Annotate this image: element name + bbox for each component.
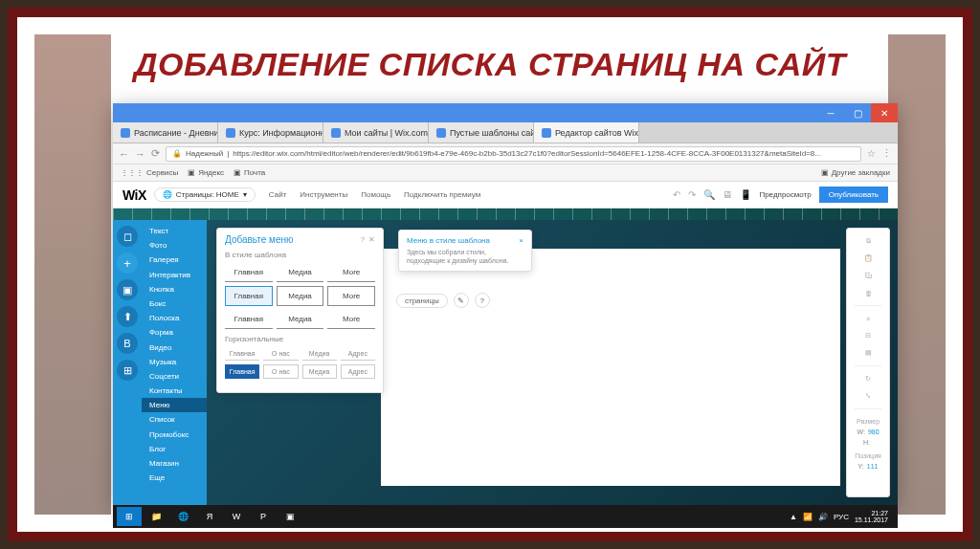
publish-button[interactable]: Опубликовать bbox=[819, 187, 888, 203]
menu-style-1[interactable]: Главная Медиа More bbox=[225, 263, 375, 282]
browser-tab[interactable]: Пустые шаблоны сайт...× bbox=[429, 122, 534, 143]
copy-icon[interactable]: ⧉ bbox=[861, 234, 875, 248]
cat-more[interactable]: Еще bbox=[142, 471, 207, 485]
cat-strip[interactable]: Полоска bbox=[142, 311, 207, 325]
cat-interactive[interactable]: Интерактив bbox=[142, 268, 207, 282]
distribute-icon[interactable]: ⊟ bbox=[861, 329, 875, 342]
clock[interactable]: 21:27 15.11.2017 bbox=[855, 510, 888, 523]
left-rail: ◻ + ▣ ⬆ B ⊞ bbox=[113, 220, 142, 505]
rail-blog-button[interactable]: B bbox=[117, 333, 138, 354]
panel-title: Добавьте меню bbox=[225, 234, 294, 245]
forward-button[interactable]: → bbox=[135, 148, 145, 160]
minimize-button[interactable]: ─ bbox=[817, 103, 844, 122]
cat-form[interactable]: Форма bbox=[142, 325, 207, 340]
cat-text[interactable]: Текст bbox=[142, 224, 207, 238]
page-stage[interactable] bbox=[381, 249, 840, 486]
taskbar-app[interactable]: ▣ bbox=[278, 507, 302, 526]
cat-contacts[interactable]: Контакты bbox=[142, 384, 207, 398]
flip-icon[interactable]: ⤡ bbox=[861, 389, 875, 403]
cat-button[interactable]: Кнопка bbox=[142, 282, 207, 296]
align-icon[interactable]: ≡ bbox=[861, 312, 875, 325]
cat-music[interactable]: Музыка bbox=[142, 355, 207, 369]
cat-list[interactable]: Список bbox=[142, 412, 207, 427]
preview-button[interactable]: Предпросмотр bbox=[759, 190, 811, 199]
rotate-icon[interactable]: ↻ bbox=[861, 372, 875, 385]
undo-icon[interactable]: ↶ bbox=[673, 189, 680, 200]
browser-tab[interactable]: Редактор сайтов Wix× bbox=[534, 122, 639, 143]
rail-store-button[interactable]: ⊞ bbox=[117, 360, 138, 381]
cat-blog[interactable]: Блог bbox=[142, 442, 207, 456]
tray-icon[interactable]: ▲ bbox=[790, 513, 797, 521]
rail-background-button[interactable]: ◻ bbox=[117, 226, 138, 247]
address-bar: ← → ⟳ 🔒 Надежный | https://editor.wix.co… bbox=[113, 143, 898, 165]
tab-label: Расписание - Дневни... bbox=[134, 128, 218, 138]
menu-icon[interactable]: ⋮ bbox=[881, 147, 892, 160]
close-icon[interactable]: ✕ bbox=[368, 235, 375, 244]
close-icon[interactable]: × bbox=[519, 236, 523, 245]
cat-menu[interactable]: Меню bbox=[142, 398, 207, 412]
delete-icon[interactable]: 🗑 bbox=[861, 286, 875, 299]
menu-tools[interactable]: Инструменты bbox=[300, 190, 347, 199]
url-text: https://editor.wix.com/html/editor/web/r… bbox=[233, 149, 821, 158]
paste-icon[interactable]: 📋 bbox=[861, 252, 875, 265]
taskbar-explorer[interactable]: 📁 bbox=[144, 507, 168, 526]
pages-dropdown[interactable]: 🌐Страницы: HOME▾ bbox=[154, 187, 256, 202]
url-input[interactable]: 🔒 Надежный | https://editor.wix.com/html… bbox=[166, 146, 861, 162]
back-button[interactable]: ← bbox=[119, 148, 129, 160]
taskbar-chrome[interactable]: 🌐 bbox=[170, 507, 195, 526]
design-icon[interactable]: ✎ bbox=[454, 293, 469, 308]
menu-premium[interactable]: Подключить премиум bbox=[404, 190, 480, 199]
taskbar-word[interactable]: W bbox=[224, 507, 249, 526]
star-icon[interactable]: ☆ bbox=[867, 148, 876, 159]
menu-help[interactable]: Помощь bbox=[361, 190, 390, 199]
duplicate-icon[interactable]: ⿻ bbox=[861, 269, 875, 282]
cat-store[interactable]: Магазин bbox=[142, 456, 207, 471]
close-button[interactable]: ✕ bbox=[871, 103, 898, 122]
menu-style-3[interactable]: Главная Медиа More bbox=[225, 310, 375, 329]
redo-icon[interactable]: ↷ bbox=[688, 189, 696, 200]
volume-icon[interactable]: 🔊 bbox=[818, 513, 828, 521]
page-pill[interactable]: страницы bbox=[396, 294, 448, 308]
other-bookmarks[interactable]: ▣ Другие закладки bbox=[821, 168, 890, 177]
help-icon[interactable]: ? bbox=[475, 293, 490, 308]
taskbar-app[interactable]: Я bbox=[197, 507, 222, 526]
desktop-icon[interactable]: 🖥 bbox=[723, 189, 732, 200]
taskbar-powerpoint[interactable]: P bbox=[251, 507, 276, 526]
tab-favicon-icon bbox=[542, 128, 551, 138]
rail-uploads-button[interactable]: ⬆ bbox=[117, 306, 138, 327]
browser-tab[interactable]: Курс: Информационн...× bbox=[218, 122, 323, 143]
bookmark-yandex[interactable]: ▣ Яндекс bbox=[188, 168, 224, 177]
browser-tab[interactable]: Мои сайты | Wix.com× bbox=[323, 122, 429, 143]
cat-promo[interactable]: Промобокс bbox=[142, 428, 207, 442]
width-value[interactable]: 980 bbox=[868, 428, 880, 435]
cat-box[interactable]: Бокс bbox=[142, 296, 207, 311]
language-indicator[interactable]: РУС bbox=[834, 513, 849, 521]
cat-gallery[interactable]: Галерея bbox=[142, 253, 207, 267]
bookmark-mail[interactable]: ▣ Почта bbox=[234, 168, 265, 177]
search-icon[interactable]: 🔍 bbox=[703, 189, 715, 200]
menu-site[interactable]: Сайт bbox=[269, 190, 286, 199]
maximize-button[interactable]: ▢ bbox=[844, 103, 871, 122]
y-value[interactable]: 111 bbox=[867, 463, 879, 470]
rail-apps-button[interactable]: ▣ bbox=[117, 279, 138, 300]
wix-logo[interactable]: WiX bbox=[122, 187, 146, 203]
reload-button[interactable]: ⟳ bbox=[151, 147, 160, 160]
menu-style-5[interactable]: Главная О нас Медиа Адрес bbox=[225, 364, 375, 379]
network-icon[interactable]: 📶 bbox=[803, 513, 813, 521]
arrange-icon[interactable]: ▤ bbox=[861, 346, 875, 360]
secure-label: Надежный bbox=[186, 149, 223, 158]
tab-label: Курс: Информационн... bbox=[239, 128, 323, 138]
start-button[interactable]: ⊞ bbox=[117, 507, 142, 526]
cat-video[interactable]: Видео bbox=[142, 340, 207, 355]
cat-social[interactable]: Соцсети bbox=[142, 369, 207, 384]
menu-style-4[interactable]: Главная О нас Медиа Адрес bbox=[225, 347, 375, 361]
rail-add-button[interactable]: + bbox=[117, 253, 138, 274]
browser-tabs: Расписание - Дневни...× Курс: Информацио… bbox=[113, 122, 898, 143]
apps-button[interactable]: ⋮⋮⋮ Сервисы bbox=[121, 168, 178, 177]
menu-style-2[interactable]: Главная Медиа More bbox=[225, 286, 375, 306]
help-icon[interactable]: ? bbox=[361, 235, 365, 244]
mobile-icon[interactable]: 📱 bbox=[740, 189, 751, 200]
browser-tab[interactable]: Расписание - Дневни...× bbox=[113, 122, 218, 143]
wix-toolbar: WiX 🌐Страницы: HOME▾ Сайт Инструменты По… bbox=[113, 182, 898, 209]
cat-photo[interactable]: Фото bbox=[142, 238, 207, 253]
